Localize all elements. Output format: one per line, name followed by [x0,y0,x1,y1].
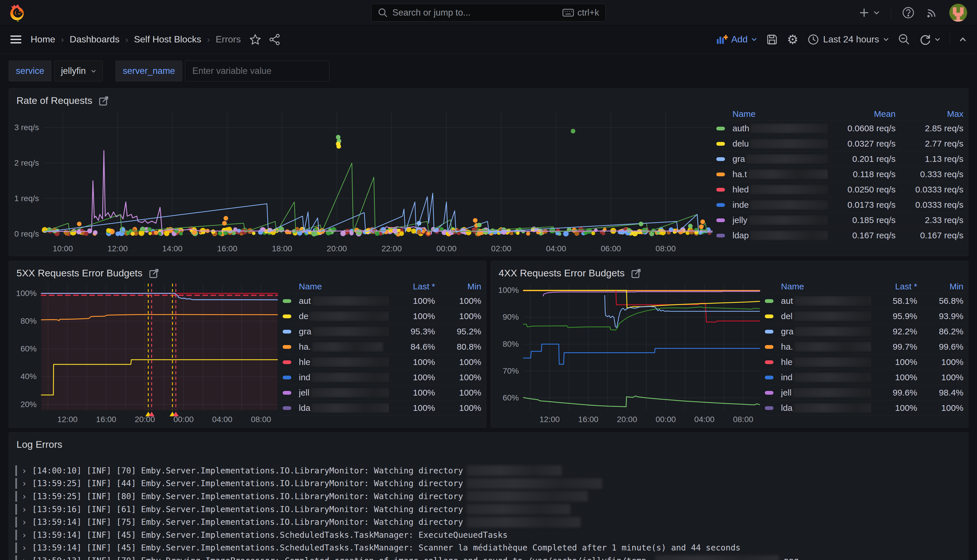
legend-row[interactable]: jell100%100% [283,385,481,400]
legend-row[interactable]: ind100%100% [765,370,964,385]
legend-row[interactable]: ha.99.7%99.6% [765,339,964,355]
breadcrumb-item[interactable]: Self Host Blocks [134,34,201,45]
series-name[interactable]: hled [732,185,828,195]
series-name[interactable]: gra [299,327,389,337]
legend-col[interactable]: Max [895,109,964,119]
news-icon[interactable] [925,7,938,19]
expand-chevron-icon[interactable]: › [22,556,27,560]
refresh-button[interactable] [920,34,940,45]
collapse-chevron-up-icon[interactable] [959,37,967,42]
external-link-icon[interactable] [99,95,109,106]
series-name[interactable]: gra [732,154,828,164]
legend-row[interactable]: auth0.0608 req/s2.85 req/s [716,121,964,136]
series-name[interactable]: jell [781,388,871,398]
log-line[interactable]: ›[13:59:14] [INF] [45] Emby.Server.Imple… [15,528,964,542]
legend-col[interactable]: Min [917,282,964,292]
legend-row[interactable]: ha.t0.118 req/s0.333 req/s [716,167,964,182]
legend-col-name[interactable]: Name [732,109,828,119]
user-avatar[interactable] [949,4,967,22]
series-name[interactable]: jell [299,388,389,398]
help-icon[interactable] [902,7,915,19]
legend-row[interactable]: hle100%100% [283,355,481,370]
series-name[interactable]: gra [781,327,871,337]
legend-row[interactable]: ha.84.6%80.8% [283,339,481,355]
legend-row[interactable]: hle100%100% [765,355,964,370]
legend-row[interactable]: del95.9%93.9% [765,309,964,324]
breadcrumb-item[interactable]: Dashboards [70,34,120,45]
legend-col[interactable]: Mean [828,109,895,119]
variable-server-name-input[interactable] [185,61,329,82]
series-name[interactable]: ha.t [732,169,828,179]
log-line[interactable]: ›[13:59:25] [INF] [80] Emby.Server.Imple… [15,490,964,503]
expand-chevron-icon[interactable]: › [22,478,27,488]
legend-row[interactable]: gra92.2%86.2% [765,324,964,339]
log-line[interactable]: ›[13:59:25] [INF] [44] Emby.Server.Imple… [15,477,964,490]
menu-icon[interactable] [10,35,23,44]
series-name[interactable]: jelly [732,215,828,225]
legend-row[interactable]: inde0.0173 req/s0.0333 req/s [716,197,964,213]
series-name[interactable]: aut [781,296,871,306]
legend-row[interactable]: lda100%100% [765,400,964,416]
legend-col-name[interactable]: Name [781,282,871,292]
series-name[interactable]: ind [781,372,871,382]
fourxx-chart[interactable]: 60%70%80%90%100%12:0016:0020:0000:0004:0… [497,280,765,424]
log-line[interactable]: ›[13:59:13] [INF] [70] Emby.Drawing.Imag… [15,554,964,560]
save-dashboard-button[interactable] [766,34,778,45]
log-line[interactable]: ›[13:59:16] [INF] [61] Emby.Server.Imple… [15,503,964,516]
share-icon[interactable] [269,33,281,46]
log-line[interactable]: ›[13:59:14] [INF] [45] Emby.Server.Imple… [15,542,964,555]
external-link-icon[interactable] [149,268,159,278]
variable-service-select[interactable]: jellyfin [54,61,103,82]
series-name[interactable]: hle [781,357,871,367]
expand-chevron-icon[interactable]: › [22,530,27,540]
legend-row[interactable]: jelly0.185 req/s2.33 req/s [716,213,964,228]
series-name[interactable]: inde [732,200,828,210]
legend-row[interactable]: aut58.1%56.8% [765,293,964,309]
legend-row[interactable]: hled0.0250 req/s0.0333 req/s [716,182,964,197]
legend-row[interactable]: ldap0.167 req/s0.167 req/s [716,228,964,243]
series-name[interactable]: aut [299,296,389,306]
series-name[interactable]: ldap [732,230,828,240]
time-range-picker[interactable]: Last 24 hours [808,34,889,45]
zoom-out-button[interactable] [898,33,910,46]
legend-row[interactable]: jell99.6%98.4% [765,385,964,400]
fivexx-chart[interactable]: 20%40%60%80%100%12:0016:0020:0000:0004:0… [15,280,283,424]
legend-col[interactable]: Min [435,282,481,292]
legend-col[interactable]: Last * [389,282,435,292]
series-name[interactable]: auth [732,123,828,133]
log-line[interactable]: ›[14:00:10] [INF] [70] Emby.Server.Imple… [15,464,964,477]
series-name[interactable]: hle [299,357,389,367]
expand-chevron-icon[interactable]: › [22,543,27,553]
series-name[interactable]: de [299,311,389,321]
rate-of-requests-chart[interactable]: 0 req/s1 req/s2 req/s3 req/s10:0012:0014… [15,107,716,253]
grafana-logo-icon[interactable] [10,4,26,22]
legend-row[interactable]: delu0.0327 req/s2.77 req/s [716,136,964,152]
series-name[interactable]: ha. [781,342,871,352]
series-name[interactable]: del [781,311,871,321]
legend-col[interactable]: Last * [871,282,917,292]
legend-col-name[interactable]: Name [299,282,389,292]
legend-row[interactable]: aut100%100% [283,293,481,309]
add-panel-button[interactable]: Add [716,34,757,45]
expand-chevron-icon[interactable]: › [22,466,27,476]
series-name[interactable]: ha. [299,342,389,352]
expand-chevron-icon[interactable]: › [22,491,27,502]
legend-row[interactable]: de100%100% [283,309,481,324]
external-link-icon[interactable] [631,268,641,278]
legend-row[interactable]: gra0.201 req/s1.13 req/s [716,152,964,167]
series-name[interactable]: lda [299,403,389,413]
global-search-input[interactable]: Search or jump to... ctrl+k [371,4,606,22]
series-name[interactable]: delu [732,139,828,148]
expand-chevron-icon[interactable]: › [22,504,27,514]
legend-row[interactable]: ind100%100% [283,370,481,385]
add-menu-button[interactable] [859,8,880,18]
breadcrumb-item[interactable]: Home [31,34,55,45]
expand-chevron-icon[interactable]: › [22,517,27,527]
star-icon[interactable] [249,34,261,45]
legend-row[interactable]: gra95.3%95.2% [283,324,481,339]
breadcrumb-item[interactable]: Errors [215,34,241,45]
series-name[interactable]: ind [299,372,389,382]
dashboard-settings-button[interactable]: ⚙ [787,33,798,46]
log-line[interactable]: ›[13:59:14] [INF] [75] Emby.Server.Imple… [15,515,964,528]
legend-row[interactable]: lda100%100% [283,400,481,416]
